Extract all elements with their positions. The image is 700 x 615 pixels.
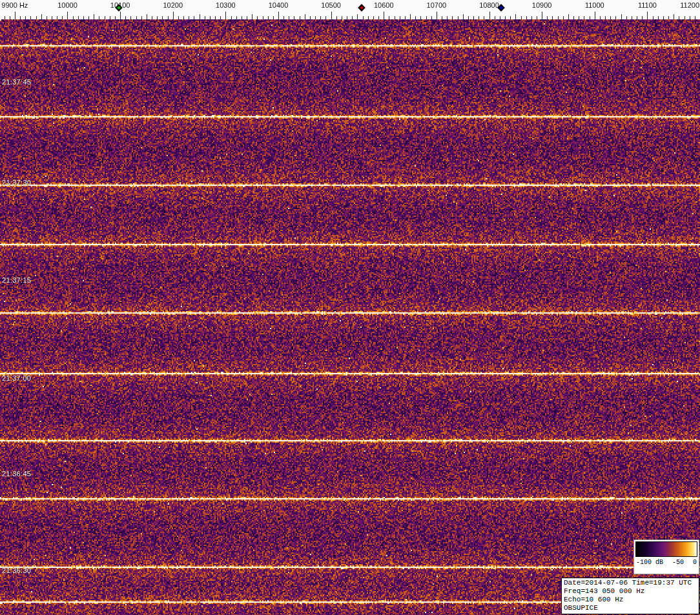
legend-max-label: 0 — [693, 559, 697, 566]
status-info-box: Date=2014-07-06 Time=19:37 UTC Freq=143 … — [561, 578, 699, 614]
color-scale-legend: -100 dB -50 0 — [633, 539, 699, 574]
radio-meteor-waterfall-window: 21:37:4521:37:3021:37:1521:37:0021:36:45… — [0, 0, 700, 615]
spectrogram-waterfall[interactable] — [0, 19, 700, 615]
legend-min-label: -100 dB — [636, 559, 663, 566]
color-scale-gradient — [635, 541, 697, 557]
info-observer: OBSUPICE — [564, 604, 697, 612]
info-frequency: Freq=143 050 000 Hz — [564, 587, 697, 596]
info-date-time: Date=2014-07-06 Time=19:37 UTC — [564, 579, 697, 587]
frequency-ruler[interactable] — [0, 0, 700, 19]
info-echo: Echo=10 600 Hz — [564, 596, 697, 604]
legend-mid-label: -50 — [672, 559, 684, 566]
color-scale-labels: -100 dB -50 0 — [635, 559, 697, 566]
